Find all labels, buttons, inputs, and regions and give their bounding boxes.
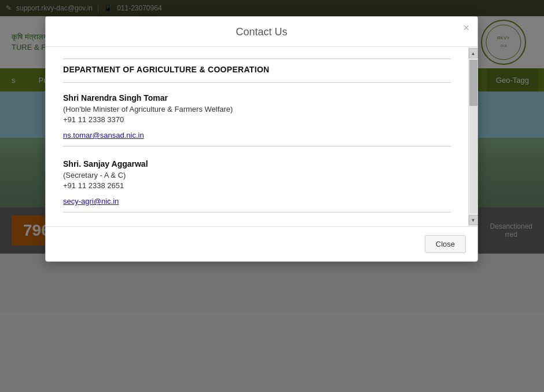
modal-title: Contact Us	[236, 26, 287, 38]
modal-body-wrapper: DEPARTMENT OF AGRICULTURE & COOPERATION …	[46, 47, 477, 226]
scroll-thumb[interactable]	[469, 60, 477, 106]
scroll-down-button[interactable]: ▼	[469, 215, 478, 225]
contact-1-phone: +91 11 2338 3370	[63, 115, 451, 124]
contact-2-phone: +91 11 2338 2651	[63, 181, 451, 190]
contact-2-role: (Secretary - A & C)	[63, 171, 451, 179]
scroll-track	[469, 60, 477, 214]
modal-header: Contact Us ×	[46, 17, 477, 47]
contact-1: Shri Narendra Singh Tomar (Hon'ble Minis…	[63, 83, 451, 146]
contact-1-role: (Hon'ble Minister of Agriculture & Farme…	[63, 105, 451, 113]
close-button[interactable]: Close	[425, 235, 466, 253]
modal-footer: Close	[46, 226, 477, 261]
contact-1-email[interactable]: ns.tomar@sansad.nic.in	[63, 131, 144, 140]
contact-2-email[interactable]: secy-agri@nic.in	[63, 197, 119, 206]
contact-modal: Contact Us × DEPARTMENT OF AGRICULTURE &…	[45, 16, 478, 262]
modal-body: DEPARTMENT OF AGRICULTURE & COOPERATION …	[46, 47, 468, 226]
contact-2-name: Shri. Sanjay Aggarwal	[63, 159, 451, 168]
contact-2: Shri. Sanjay Aggarwal (Secretary - A & C…	[63, 149, 451, 213]
scroll-up-button[interactable]: ▲	[469, 48, 478, 58]
modal-close-x-button[interactable]: ×	[463, 23, 469, 33]
modal-scrollbar[interactable]: ▲ ▼	[468, 47, 477, 226]
department-heading: DEPARTMENT OF AGRICULTURE & COOPERATION	[63, 59, 451, 83]
contact-1-name: Shri Narendra Singh Tomar	[63, 93, 451, 102]
